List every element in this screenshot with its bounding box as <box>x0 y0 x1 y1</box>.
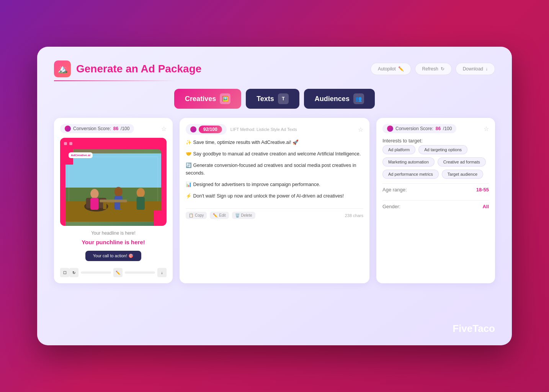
scene-svg <box>65 149 161 226</box>
interests-label: Interests to target: <box>382 138 489 144</box>
audiences-label: Audiences <box>315 95 350 103</box>
svg-rect-7 <box>90 198 98 210</box>
text-paragraph-2: 🤝 Say goodbye to manual ad creative crea… <box>186 150 363 158</box>
text-score-row: 92/100 LIFT Method: Listicle Style Ad Te… <box>186 124 363 135</box>
audience-score-max: /100 <box>443 126 452 131</box>
creatives-label: Creatives <box>185 95 216 103</box>
copy-icon: 📋 <box>189 213 193 217</box>
brand-watermark: FiveTaco <box>453 323 495 335</box>
ad-red-bar <box>60 138 167 149</box>
age-field: Age range: 18-55 <box>382 183 489 196</box>
download-btn[interactable]: ↓ <box>157 268 167 277</box>
refresh-button[interactable]: Refresh ↻ <box>415 63 452 75</box>
creative-score-badge: Conversion Score: 86 /100 <box>60 124 134 133</box>
text-score-num: 92 <box>203 127 208 132</box>
svg-point-8 <box>114 187 123 196</box>
brand-name: FiveTaco <box>453 323 495 334</box>
score-icon <box>65 126 71 132</box>
edit-icon-text: ✏️ <box>213 213 217 217</box>
text-score-icon <box>190 126 196 132</box>
audience-star-button[interactable]: ☆ <box>484 125 489 132</box>
tag-creative-ad-formats[interactable]: Creative ad formats <box>438 157 486 167</box>
creative-star-button[interactable]: ☆ <box>161 125 167 132</box>
edit-label: Edit <box>219 213 225 217</box>
age-label: Age range: <box>382 187 407 193</box>
audience-card: Conversion Score: 86 /100 ☆ Interests to… <box>376 118 495 283</box>
autopilot-label: Autopilot <box>378 66 396 72</box>
tabs-row: Creatives 🖼️ Texts T Audiences 👥 <box>54 89 495 109</box>
text-paragraph-4: 📊 Designed for advertisers to improve ca… <box>186 181 363 188</box>
refresh-label: Refresh <box>422 66 438 72</box>
audience-score-badge: Conversion Score: 86 /100 <box>382 124 456 133</box>
delete-button[interactable]: 🗑️ Delete <box>232 212 255 219</box>
ad-punchline: Your punchline is here! <box>60 239 167 245</box>
gender-value: All <box>482 204 489 209</box>
copy-button[interactable]: 📋 Copy <box>186 212 207 219</box>
gender-label: Gender: <box>382 204 400 209</box>
corner-sq-1 <box>64 142 67 145</box>
svg-rect-3 <box>65 201 161 222</box>
select-checkbox[interactable]: ☐ <box>60 268 69 277</box>
header-actions: Autopilot ✏️ Refresh ↻ Download ↓ <box>371 63 495 75</box>
audience-score-row: Conversion Score: 86 /100 ☆ <box>382 124 489 133</box>
ad-cta-label: Your call to action! 🎯 <box>93 253 134 258</box>
app-frame: 🏔️ Generate an Ad Package Autopilot ✏️ R… <box>37 47 512 345</box>
svg-point-6 <box>90 189 98 199</box>
header-divider <box>54 80 176 81</box>
creative-score-label: Conversion Score: <box>73 126 111 131</box>
download-icon: ↓ <box>485 66 488 72</box>
texts-icon: T <box>278 93 289 104</box>
ad-preview: AdCreative.ai <box>60 138 167 226</box>
header-left: 🏔️ Generate an Ad Package <box>54 60 201 77</box>
svg-point-10 <box>137 188 145 198</box>
app-logo: 🏔️ <box>54 60 71 77</box>
creative-score-num: 86 <box>113 126 118 131</box>
autopilot-button[interactable]: Autopilot ✏️ <box>371 63 411 75</box>
edit-button[interactable]: ✏️ <box>113 268 123 277</box>
text-content: ✨ Save time, optimize results with AdCre… <box>186 139 363 204</box>
creatives-icon: 🖼️ <box>220 93 230 104</box>
tab-creatives[interactable]: Creatives 🖼️ <box>174 89 241 109</box>
creative-score-max: /100 <box>121 126 129 131</box>
tag-ad-platform[interactable]: Ad platform <box>382 145 415 154</box>
delete-label: Delete <box>241 213 252 217</box>
audience-score-num: 86 <box>436 126 441 131</box>
gender-field: Gender: All <box>382 200 489 212</box>
audience-score-label: Conversion Score: <box>395 126 433 131</box>
text-paragraph-1: ✨ Save time, optimize results with AdCre… <box>186 139 363 146</box>
tag-target-audience[interactable]: Target audience <box>442 170 483 179</box>
text-star-button[interactable]: ☆ <box>358 126 363 133</box>
audience-score-icon <box>387 126 393 132</box>
audiences-icon: 👥 <box>353 93 364 104</box>
text-score-suffix: /100 <box>208 127 217 132</box>
copy-label: Copy <box>195 213 204 217</box>
tag-ad-performance[interactable]: Ad performance metrics <box>382 170 439 179</box>
age-value: 18-55 <box>476 187 489 193</box>
edit-icon: ✏️ <box>398 66 404 72</box>
delete-icon: 🗑️ <box>235 213 240 217</box>
tag-ad-targeting[interactable]: Ad targeting options <box>418 145 467 154</box>
tag-marketing-automation[interactable]: Marketing automation <box>382 157 435 167</box>
page-title: Generate an Ad Package <box>76 63 201 75</box>
svg-rect-11 <box>137 197 145 210</box>
ad-cta-button[interactable]: Your call to action! 🎯 <box>85 251 142 261</box>
creative-card: Conversion Score: 86 /100 ☆ <box>54 118 173 283</box>
rotate-button[interactable]: ↻ <box>69 268 78 277</box>
svg-rect-13 <box>103 202 106 209</box>
svg-rect-14 <box>120 202 124 209</box>
edit-text-button[interactable]: ✏️ Edit <box>210 212 229 219</box>
progress-bar-2 <box>125 271 155 274</box>
text-score-badge-wrap: 92/100 <box>186 124 227 135</box>
card-bottom-row: ☐ ↻ ✏️ ↓ <box>60 266 167 277</box>
interests-section: Interests to target: Ad platform Ad targ… <box>382 138 489 179</box>
text-paragraph-3: 🔄 Generate conversion-focused ad creativ… <box>186 162 363 177</box>
text-bottom: 📋 Copy ✏️ Edit 🗑️ Delete 238 chars <box>186 208 363 219</box>
tab-audiences[interactable]: Audiences 👥 <box>304 89 375 109</box>
text-score-badge: 92/100 <box>199 126 222 133</box>
download-label: Download <box>463 66 483 72</box>
tags-grid: Ad platform Ad targeting options Marketi… <box>382 145 489 179</box>
chars-count: 238 chars <box>345 213 363 218</box>
text-card: 92/100 LIFT Method: Listicle Style Ad Te… <box>180 118 369 283</box>
download-button[interactable]: Download ↓ <box>456 63 495 75</box>
tab-texts[interactable]: Texts T <box>246 89 299 109</box>
